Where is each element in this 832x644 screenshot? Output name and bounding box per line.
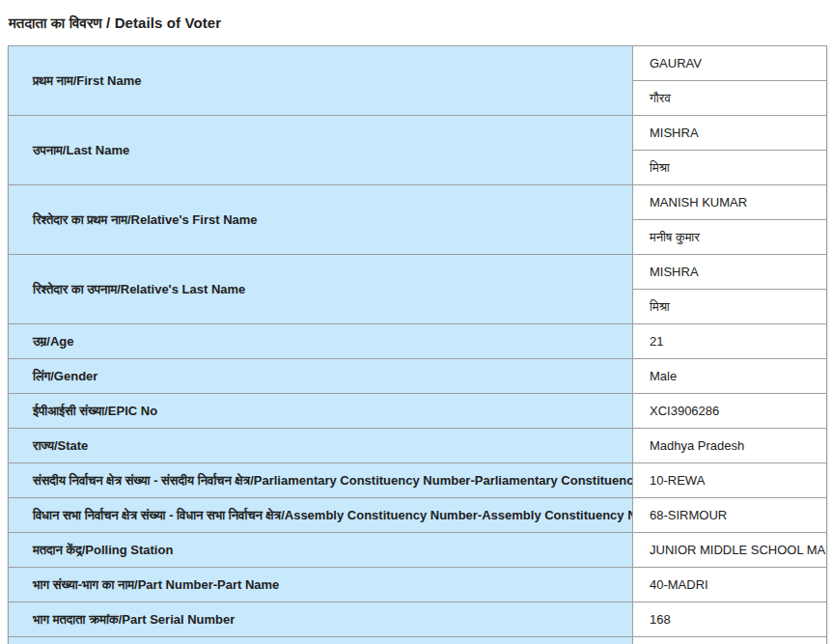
table-row: उम्र/Age 21 xyxy=(9,324,827,359)
table-row: विधान सभा निर्वाचन क्षेत्र संख्या - विधा… xyxy=(9,498,827,533)
field-label-part-serial-number: भाग मतदाता क्रमांक/Part Serial Number xyxy=(9,602,633,637)
field-value-parliamentary-constituency: 10-REWA xyxy=(633,463,827,498)
table-row: भाग संख्या-भाग का नाम/Part Number-Part N… xyxy=(9,568,827,602)
field-label-parliamentary-constituency: संसदीय निर्वाचन क्षेत्र संख्या - संसदीय … xyxy=(9,463,633,498)
table-row: उपनाम/Last Name MISHRA xyxy=(9,116,827,151)
table-row: मतदान केंद्र/Polling Station JUNIOR MIDD… xyxy=(9,533,827,568)
field-value-polling-date: No elections scheduled currently xyxy=(633,637,827,644)
field-label-last-name: उपनाम/Last Name xyxy=(9,116,633,185)
table-row: प्रथम नाम/First Name GAURAV xyxy=(9,46,827,81)
field-label-part-number-name: भाग संख्या-भाग का नाम/Part Number-Part N… xyxy=(9,568,633,602)
field-label-relative-last-name: रिश्तेदार का उपनाम/Relative's Last Name xyxy=(9,255,633,324)
field-label-epic-no: ईपीआईसी संख्या/EPIC No xyxy=(9,394,633,429)
field-value-relative-first-name-hi: मनीष कुमार xyxy=(633,220,827,255)
table-row: रिश्तेदार का उपनाम/Relative's Last Name … xyxy=(9,255,827,290)
field-value-relative-first-name-en: MANISH KUMAR xyxy=(633,185,827,220)
field-label-polling-station: मतदान केंद्र/Polling Station xyxy=(9,533,633,568)
field-label-age: उम्र/Age xyxy=(9,324,633,359)
field-label-assembly-constituency: विधान सभा निर्वाचन क्षेत्र संख्या - विधा… xyxy=(9,498,633,533)
page-title: मतदाता का विवरण / Details of Voter xyxy=(0,0,832,32)
field-value-first-name-hi: गौरव xyxy=(633,81,827,116)
field-value-gender: Male xyxy=(633,359,827,394)
field-value-last-name-en: MISHRA xyxy=(633,116,827,151)
field-value-last-name-hi: मिश्रा xyxy=(633,151,827,185)
field-value-epic-no: XCI3906286 xyxy=(633,394,827,429)
field-label-gender: लिंग/Gender xyxy=(9,359,633,394)
table-row: भाग मतदाता क्रमांक/Part Serial Number 16… xyxy=(9,602,827,637)
field-value-polling-station: JUNIOR MIDDLE SCHOOL MADARI xyxy=(633,533,827,568)
field-value-part-serial-number: 168 xyxy=(633,602,827,637)
table-row: राज्य/State Madhya Pradesh xyxy=(9,429,827,463)
table-row: रिश्तेदार का प्रथम नाम/Relative's First … xyxy=(9,185,827,220)
table-row: मतदान की तारीख/Polling Date No elections… xyxy=(9,637,827,644)
field-value-state: Madhya Pradesh xyxy=(633,429,827,463)
field-label-first-name: प्रथम नाम/First Name xyxy=(9,46,633,116)
field-label-polling-date: मतदान की तारीख/Polling Date xyxy=(9,637,633,644)
table-row: लिंग/Gender Male xyxy=(9,359,827,394)
field-label-state: राज्य/State xyxy=(9,429,633,463)
field-label-relative-first-name: रिश्तेदार का प्रथम नाम/Relative's First … xyxy=(9,185,633,255)
table-row: ईपीआईसी संख्या/EPIC No XCI3906286 xyxy=(9,394,827,429)
table-row: संसदीय निर्वाचन क्षेत्र संख्या - संसदीय … xyxy=(9,463,827,498)
field-value-relative-last-name-en: MISHRA xyxy=(633,255,827,290)
field-value-part-number-name: 40-MADRI xyxy=(633,568,827,602)
field-value-assembly-constituency: 68-SIRMOUR xyxy=(633,498,827,533)
voter-details-table: प्रथम नाम/First Name GAURAV गौरव उपनाम/L… xyxy=(8,45,827,644)
field-value-first-name-en: GAURAV xyxy=(633,46,827,81)
field-value-relative-last-name-hi: मिश्रा xyxy=(633,290,827,324)
field-value-age: 21 xyxy=(633,324,827,359)
